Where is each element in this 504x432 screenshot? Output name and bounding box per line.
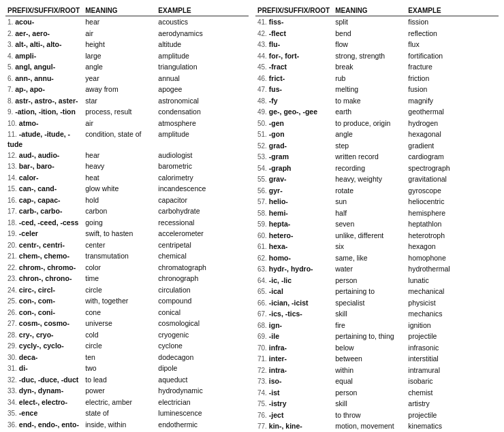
cell-example: amplitude [156, 129, 249, 150]
cell-meaning: between [333, 353, 406, 365]
cell-example: kinematics [406, 420, 499, 432]
right-col-meaning: meaning [333, 5, 406, 16]
cell-example: amplitude [156, 50, 249, 62]
table-row: 44. for-, fort- strong, strength fortifi… [255, 50, 499, 62]
cell-meaning: hear [83, 16, 156, 28]
cell-meaning: to throw [333, 410, 406, 421]
cell-prefix: 54. -graph [255, 163, 333, 174]
cell-prefix: 6. ann-, annu- [5, 73, 83, 84]
table-row: 13. bar-, baro- heavy barometric [5, 161, 249, 172]
table-row: 18. -ced, -ceed, -cess going recessional [5, 217, 249, 229]
cell-meaning: two [83, 363, 156, 374]
cell-example: astronomical [156, 95, 249, 107]
table-row: 62. homo- same, like homophone [255, 252, 499, 264]
cell-meaning: transmutation [83, 250, 156, 262]
cell-prefix: 60. hetero- [255, 230, 333, 242]
cell-example: interstitial [406, 353, 499, 365]
table-row: 63. hydr-, hydro- water hydrothermal [255, 263, 499, 275]
cell-prefix: 63. hydr-, hydro- [255, 263, 333, 275]
main-container: Prefix/Suffix/Root meaning example 1. ac… [5, 5, 499, 432]
table-row: 22. chrom-, chromo- color chromatograph [5, 262, 249, 273]
cell-prefix: 27. cosm-, cosmo- [5, 318, 83, 329]
table-row: 28. cry-, cryo- cold cryogenic [5, 329, 249, 341]
cell-example: heliocentric [406, 196, 499, 207]
table-row: 76. -ject to throw projectile [255, 410, 499, 421]
cell-prefix: 62. homo- [255, 252, 333, 264]
cell-example: reflection [406, 28, 499, 39]
cell-prefix: 15. can-, cand- [5, 183, 83, 195]
cell-example: conical [156, 307, 249, 318]
right-table: Prefix/Suffix/Root meaning example 41. f… [255, 5, 499, 432]
table-row: 20. centr-, centri- center centripetal [5, 239, 249, 251]
cell-meaning: motion, movement [333, 420, 406, 432]
cell-example: artistry [406, 398, 499, 410]
cell-meaning: recording [333, 163, 406, 174]
cell-example: spectrograph [406, 163, 499, 174]
cell-meaning: with, together [83, 295, 156, 307]
cell-prefix: 35. -ence [5, 408, 83, 419]
cell-prefix: 17. carb-, carbo- [5, 205, 83, 217]
cell-prefix: 28. cry-, cryo- [5, 329, 83, 341]
cell-prefix: 51. -gon [255, 129, 333, 140]
cell-example: fracture [406, 61, 499, 73]
cell-meaning: air [83, 28, 156, 39]
cell-prefix: 32. -duc, -duce, -duct [5, 374, 83, 386]
cell-meaning: heavy [83, 161, 156, 172]
cell-meaning: universe [83, 318, 156, 329]
cell-prefix: 20. centr-, centri- [5, 239, 83, 251]
cell-prefix: 77. kin-, kine- [255, 420, 333, 432]
cell-example: lunatic [406, 275, 499, 286]
left-col-example: example [156, 5, 249, 16]
left-col-meaning: meaning [83, 5, 156, 16]
cell-meaning: away from [83, 84, 156, 95]
cell-example: atmosphere [156, 118, 249, 129]
table-row: 5. angl, angul- angle triangulation [5, 61, 249, 73]
table-row: 17. carb-, carbo- carbon carbohydrate [5, 205, 249, 217]
cell-prefix: 48. -fy [255, 95, 333, 107]
cell-meaning: year [83, 73, 156, 84]
right-col-example: example [406, 5, 499, 16]
table-row: 51. -gon angle hexagonal [255, 129, 499, 140]
cell-meaning: color [83, 262, 156, 273]
cell-meaning: swift, to hasten [83, 228, 156, 239]
table-row: 75. -istry skill artistry [255, 398, 499, 410]
table-row: 69. -ile pertaining to, thing projectile [255, 331, 499, 342]
cell-prefix: 16. cap-, capac- [5, 195, 83, 206]
cell-meaning: break [333, 61, 406, 73]
table-row: 9. -ation, -ition, -tion process, result… [5, 106, 249, 118]
cell-meaning: heat [83, 172, 156, 184]
cell-example: altitude [156, 39, 249, 50]
table-row: 56. gyr- rotate gyroscope [255, 185, 499, 197]
cell-example: flux [406, 39, 499, 50]
cell-example: carbohydrate [156, 205, 249, 217]
cell-example: endothermic [156, 419, 249, 431]
table-row: 4. ampli- large amplitude [5, 50, 249, 62]
cell-meaning: pertaining to, thing [333, 331, 406, 342]
cell-meaning: strong, strength [333, 50, 406, 62]
cell-prefix: 7. ap-, apo- [5, 84, 83, 95]
cell-meaning: seven [333, 218, 406, 230]
table-row: 30. deca- ten dodecagon [5, 352, 249, 363]
cell-example: fusion [406, 84, 499, 95]
cell-prefix: 11. -atude, -itude, -tude [5, 129, 83, 150]
table-row: 12. aud-, audio- hear audiologist [5, 150, 249, 161]
cell-prefix: 45. -fract [255, 61, 333, 73]
cell-meaning: water [333, 263, 406, 275]
table-row: 57. helio- sun heliocentric [255, 196, 499, 207]
table-row: 55. grav- heavy, weighty gravitational [255, 173, 499, 185]
cell-example: hemisphere [406, 207, 499, 219]
table-row: 8. astr-, astro-, aster- star astronomic… [5, 95, 249, 107]
right-col-prefix: Prefix/Suffix/Root [255, 5, 333, 16]
cell-example: cryogenic [156, 329, 249, 341]
left-table: Prefix/Suffix/Root meaning example 1. ac… [5, 5, 249, 432]
table-row: 35. -ence state of luminescence [5, 408, 249, 419]
table-row: 68. ign- fire ignition [255, 320, 499, 331]
cell-prefix: 30. deca- [5, 352, 83, 363]
table-row: 71. inter- between interstitial [255, 353, 499, 365]
cell-meaning: rub [333, 73, 406, 84]
cell-prefix: 46. frict- [255, 73, 333, 84]
cell-meaning: carbon [83, 205, 156, 217]
cell-prefix: 26. con-, coni- [5, 307, 83, 318]
cell-meaning: unlike, different [333, 230, 406, 242]
cell-example: chemist [406, 387, 499, 399]
